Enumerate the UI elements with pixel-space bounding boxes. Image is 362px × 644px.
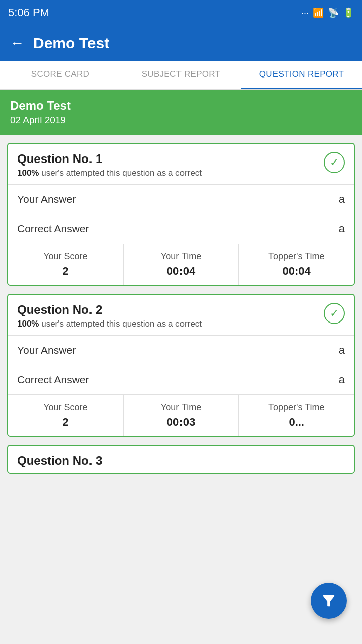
tab-question-report[interactable]: QUESTION REPORT <box>241 61 362 89</box>
your-time-cell-2: Your Time 00:03 <box>124 395 239 436</box>
correct-icon-2: ✓ <box>324 303 345 324</box>
question-1-stat: 100% user's attempted this question as a… <box>17 168 202 178</box>
banner-test-date: 02 April 2019 <box>10 115 352 126</box>
header-title: Demo Test <box>33 35 109 52</box>
question-3-number: Question No. 3 <box>17 454 345 468</box>
dots-icon: ··· <box>301 8 309 18</box>
correct-answer-value-2: a <box>339 373 345 386</box>
question-2-number: Question No. 2 <box>17 303 202 317</box>
your-answer-label-1: Your Answer <box>17 193 76 205</box>
toppers-time-cell-2: Topper's Time 0... <box>239 395 354 436</box>
filter-fab-button[interactable] <box>311 583 347 619</box>
status-icons: ··· 📶 📡 🔋 <box>301 7 354 18</box>
app-header: ← Demo Test <box>0 25 362 61</box>
test-banner: Demo Test 02 April 2019 <box>0 90 362 135</box>
correct-answer-value-1: a <box>339 222 345 235</box>
question-1-number: Question No. 1 <box>17 152 202 166</box>
back-button[interactable]: ← <box>10 35 24 51</box>
tab-score-card[interactable]: SCORE CARD <box>0 61 121 89</box>
correct-answer-label-1: Correct Answer <box>17 223 89 235</box>
question-1-header: Question No. 1 100% user's attempted thi… <box>8 144 354 184</box>
question-card-2: Question No. 2 100% user's attempted thi… <box>7 294 355 437</box>
your-answer-value-1: a <box>339 193 345 206</box>
tab-subject-report[interactable]: SUBJECT REPORT <box>121 61 241 89</box>
question-card-1: Question No. 1 100% user's attempted thi… <box>7 143 355 286</box>
your-answer-row-1: Your Answer a <box>8 184 354 214</box>
your-answer-row-2: Your Answer a <box>8 335 354 365</box>
signal-icon: 📶 <box>313 7 324 18</box>
score-row-2: Your Score 2 Your Time 00:03 Topper's Ti… <box>8 394 354 436</box>
question-2-header: Question No. 2 100% user's attempted thi… <box>8 295 354 335</box>
wifi-icon: 📡 <box>328 7 339 18</box>
correct-answer-label-2: Correct Answer <box>17 374 89 386</box>
your-score-cell-2: Your Score 2 <box>8 395 124 436</box>
questions-list: Question No. 1 100% user's attempted thi… <box>0 135 362 482</box>
banner-test-name: Demo Test <box>10 99 352 113</box>
question-2-stat: 100% user's attempted this question as a… <box>17 319 202 329</box>
correct-icon-1: ✓ <box>324 152 345 173</box>
your-time-cell-1: Your Time 00:04 <box>124 244 239 285</box>
your-answer-value-2: a <box>339 344 345 357</box>
question-card-3-partial: Question No. 3 <box>7 445 355 474</box>
toppers-time-cell-1: Topper's Time 00:04 <box>239 244 354 285</box>
correct-answer-row-2: Correct Answer a <box>8 365 354 394</box>
your-answer-label-2: Your Answer <box>17 344 76 356</box>
your-score-cell-1: Your Score 2 <box>8 244 124 285</box>
status-time: 5:06 PM <box>8 6 49 19</box>
correct-answer-row-1: Correct Answer a <box>8 214 354 244</box>
status-bar: 5:06 PM ··· 📶 📡 🔋 <box>0 0 362 25</box>
score-row-1: Your Score 2 Your Time 00:04 Topper's Ti… <box>8 244 354 285</box>
tabs-bar: SCORE CARD SUBJECT REPORT QUESTION REPOR… <box>0 61 362 90</box>
battery-icon: 🔋 <box>343 7 354 18</box>
